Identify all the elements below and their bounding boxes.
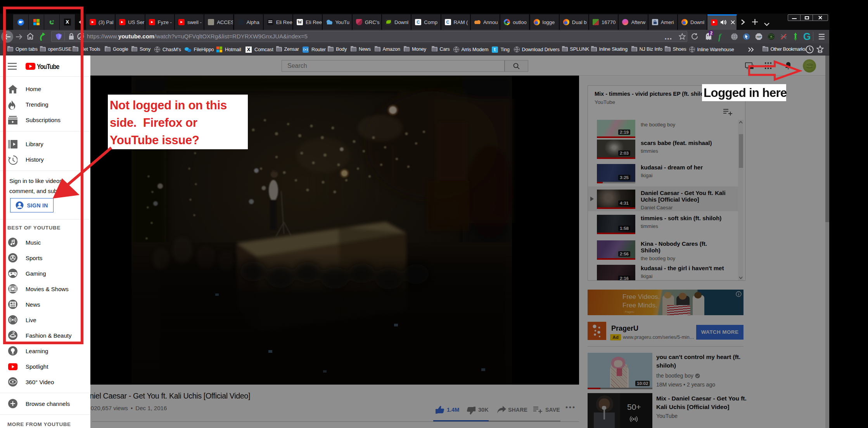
svg-text:ABP: ABP	[756, 36, 761, 38]
